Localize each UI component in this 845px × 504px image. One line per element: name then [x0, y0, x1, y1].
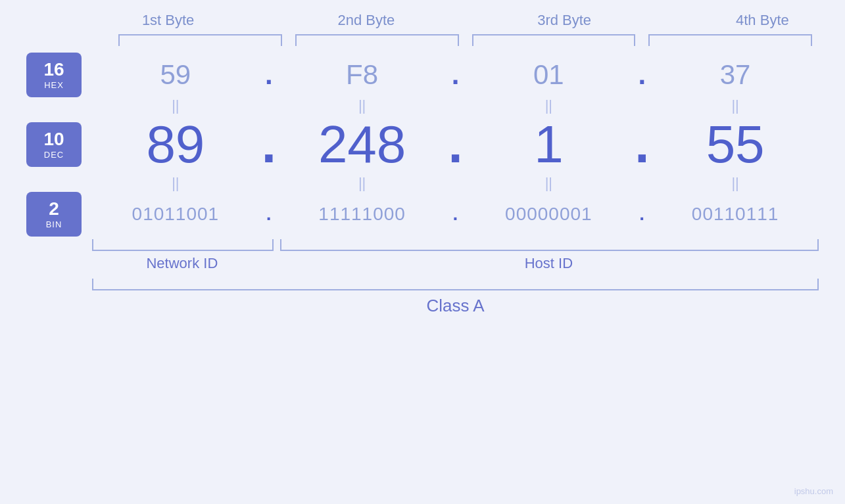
class-bracket	[92, 279, 819, 290]
dec-badge-num: 10	[43, 129, 64, 150]
bin-badge: 2 BIN	[26, 192, 82, 237]
equals-2-2: ||	[279, 176, 446, 191]
equals-container-1: || || || ||	[92, 99, 819, 113]
bin-dot-1: .	[259, 204, 279, 225]
dec-badge: 10 DEC	[26, 122, 82, 167]
hex-byte-3: 01	[466, 59, 633, 91]
bottom-brackets	[92, 239, 819, 251]
class-section: Class A	[92, 279, 819, 316]
top-bracket-3	[472, 34, 636, 46]
equals-1-2: ||	[279, 99, 446, 113]
hex-byte-2: F8	[279, 59, 446, 91]
hex-badge-num: 16	[43, 60, 64, 80]
dec-row: 10 DEC 89 . 248 . 1 . 55	[26, 114, 819, 175]
col-header-1: 1st Byte	[69, 12, 267, 34]
hex-badge: 16 HEX	[26, 53, 82, 97]
dec-byte-2: 248	[279, 114, 446, 175]
hex-row: 16 HEX 59 . F8 . 01 . 37	[26, 53, 819, 97]
dec-dot-2: .	[446, 114, 466, 175]
equals-container-2: || || || ||	[92, 176, 819, 191]
host-id-label: Host ID	[279, 255, 819, 272]
dec-values: 89 . 248 . 1 . 55	[92, 114, 819, 175]
dec-byte-4: 55	[652, 114, 819, 175]
top-bracket-4	[648, 34, 812, 46]
bin-dot-2: .	[446, 204, 466, 225]
bin-byte-4: 00110111	[652, 204, 819, 225]
equals-row-1: || || || ||	[26, 99, 819, 113]
dec-badge-label: DEC	[44, 150, 64, 160]
hex-dot-3: .	[632, 59, 652, 91]
bin-byte-3: 00000001	[466, 204, 633, 225]
bin-badge-label: BIN	[46, 219, 62, 229]
top-brackets	[112, 34, 819, 46]
top-bracket-2	[295, 34, 459, 46]
bottom-section: Network ID Host ID	[92, 239, 819, 272]
col-header-2: 2nd Byte	[267, 12, 465, 34]
equals-1-3: ||	[466, 99, 633, 113]
equals-1-4: ||	[652, 99, 819, 113]
hex-dot-1: .	[259, 59, 279, 91]
equals-row-2: || || || ||	[26, 176, 819, 191]
hex-values: 59 . F8 . 01 . 37	[92, 59, 819, 91]
bottom-bracket-network	[92, 239, 274, 251]
hex-dot-2: .	[446, 59, 466, 91]
class-label: Class A	[92, 296, 819, 316]
dec-dot-3: .	[632, 114, 652, 175]
hex-badge-label: HEX	[44, 80, 64, 90]
dec-byte-1: 89	[92, 114, 259, 175]
equals-2-1: ||	[92, 176, 259, 191]
bin-byte-2: 11111000	[279, 204, 446, 225]
hex-byte-1: 59	[92, 59, 259, 91]
equals-2-3: ||	[466, 176, 633, 191]
watermark: ipshu.com	[794, 486, 833, 496]
equals-1-1: ||	[92, 99, 259, 113]
dec-dot-1: .	[259, 114, 279, 175]
dec-byte-3: 1	[466, 114, 633, 175]
col-header-4: 4th Byte	[664, 12, 845, 34]
bin-dot-3: .	[632, 204, 652, 225]
bottom-bracket-host	[280, 239, 819, 251]
column-headers: 1st Byte 2nd Byte 3rd Byte 4th Byte	[69, 12, 845, 34]
bin-row: 2 BIN 01011001 . 11111000 . 00000001 . 0…	[26, 192, 819, 237]
hex-byte-4: 37	[652, 59, 819, 91]
bottom-labels: Network ID Host ID	[92, 255, 819, 272]
bin-values: 01011001 . 11111000 . 00000001 . 0011011…	[92, 204, 819, 225]
network-id-label: Network ID	[92, 255, 272, 272]
bin-badge-num: 2	[49, 199, 59, 219]
top-bracket-1	[118, 34, 282, 46]
equals-2-4: ||	[652, 176, 819, 191]
bin-byte-1: 01011001	[92, 204, 259, 225]
col-header-3: 3rd Byte	[466, 12, 664, 34]
